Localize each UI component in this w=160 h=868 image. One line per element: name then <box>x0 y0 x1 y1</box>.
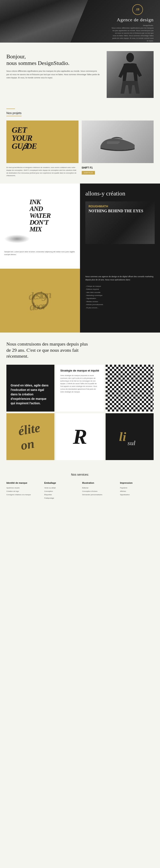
brand-grid: Grand en idées, agile dans l'exécution e… <box>6 365 154 460</box>
roughmath-card: ROUGHMATH NOTHING BEHIND THE EYES <box>85 202 155 244</box>
section-divider <box>6 108 15 109</box>
hero-logo: JB <box>132 4 143 15</box>
roughmath-brand: ROUGHMATH <box>88 205 152 208</box>
creation-title: allons-y création <box>85 190 155 197</box>
agency-description: Nous sommes une agence de design et de d… <box>85 275 155 282</box>
project-guide-text: GETYOURGU𝛽DE <box>12 126 37 150</box>
service-item: Publipostage <box>44 496 78 500</box>
roughmath-text: ROUGHMATH NOTHING BEHIND THE EYES <box>88 205 152 213</box>
agency-service-item: Médias sociaux <box>85 300 155 303</box>
svg-text:sul: sul <box>127 439 135 446</box>
ink-artwork: INKANDWATERDON'TMIX <box>0 184 80 247</box>
brand-card-strong-text: Grand en idées, agile dans l'exécution e… <box>11 383 50 406</box>
service-items-list: ÉditorialConception d'icônesDemandes per… <box>82 486 116 496</box>
brand-card-dark-text: Grand en idées, agile dans l'exécution e… <box>11 383 50 407</box>
design-type-art: designdoor <box>28 289 52 312</box>
brand-card-yellow: élite on <box>6 413 54 460</box>
service-heading: Illustration <box>82 482 116 484</box>
project-name: SHIFT F1 <box>82 166 154 169</box>
brand-card-dark-art: li sul <box>106 413 154 460</box>
brand-art-icon: li sul <box>117 426 142 447</box>
brand-card-strategy: Stratégie de marque et équité Votre stra… <box>56 365 104 411</box>
brand-yellow-text: élite on <box>17 420 44 453</box>
service-item: Création de logo <box>6 490 40 493</box>
agency-service-item: Éditions imprimé <box>85 288 155 291</box>
service-item: Demandes personnalisées <box>82 493 116 496</box>
hero-mountains-graphic <box>0 0 88 42</box>
service-column-3: ImpressionPapeterieAffichesSignalisation <box>120 482 154 500</box>
brand-yellow-label: élite <box>17 421 41 438</box>
service-item: Éditorial <box>82 486 116 490</box>
service-item: Vente au détail <box>44 486 78 490</box>
about-image <box>107 51 154 98</box>
services-grid: Identité de marqueSystèmes visuelsCréati… <box>6 482 154 500</box>
service-items-list: Systèmes visuelsCréation de logoConsigne… <box>6 486 40 496</box>
service-item: Affiches <box>120 490 154 493</box>
services-title: Nos services: <box>6 473 154 476</box>
project-card-shoe <box>82 121 154 163</box>
brand-big-letter: R <box>73 426 87 447</box>
ink-panel: INKANDWATERDON'TMIX Sample text. Lorem i… <box>0 184 80 269</box>
brand-card-checker <box>106 365 154 411</box>
service-column-0: Identité de marqueSystèmes visuelsCréati… <box>6 482 40 500</box>
person-silhouette-icon <box>111 51 149 98</box>
project-description: En tant qu'architectes et designers inté… <box>6 166 79 177</box>
creation-section: INKANDWATERDON'TMIX Sample text. Lorem i… <box>0 184 160 269</box>
svg-text:li: li <box>119 430 126 444</box>
service-items-list: PapeterieAffichesSignalisation <box>120 486 154 496</box>
projects-section-title: Nos projets <box>6 111 22 116</box>
hero-title: Agence de design <box>111 17 154 23</box>
about-description: Nous créons différentes significations p… <box>6 70 100 80</box>
agency-service-item: Signalisation <box>85 297 155 300</box>
about-image-inner <box>107 51 154 98</box>
service-item: Signalisation <box>120 493 154 496</box>
project-card-guide: GETYOURGU𝛽DE <box>6 121 79 163</box>
svg-rect-1 <box>107 142 120 143</box>
service-item: Papeterie <box>120 486 154 490</box>
projects-section: Nos projets GETYOURGU𝛽DE En tant qu'arch… <box>0 106 160 184</box>
service-heading: Identité de marque <box>6 482 40 484</box>
project-desc-text: En tant qu'architectes et designers inté… <box>6 166 79 177</box>
svg-rect-2 <box>107 143 118 144</box>
about-section: Bonjour, nous sommes DesignStudio. Nous … <box>0 42 160 106</box>
hero-section: JB Agence de design DesignStudio. Nous c… <box>0 0 160 42</box>
roughmath-sub: NOTHING BEHIND THE EYES <box>88 209 152 213</box>
creation-panel: allons-y création ROUGHMATH NOTHING BEHI… <box>80 184 160 269</box>
agency-services-list: Chèque de marqueÉditions impriméIdée Web… <box>85 285 155 309</box>
about-text-block: Bonjour, nous sommes DesignStudio. Nous … <box>6 51 100 80</box>
service-column-2: IllustrationÉditorialConception d'icônes… <box>82 482 116 500</box>
about-greeting: Bonjour, <box>6 54 26 60</box>
brand-card-dark: Grand en idées, agile dans l'exécution e… <box>6 365 54 411</box>
shoe-image <box>82 121 154 163</box>
agency-service-item: Marketing numérique <box>85 294 155 297</box>
project-info: SHIFT F1 VOIR PLUS <box>82 166 154 177</box>
brand-section: Nous construisons des marques depuis plu… <box>0 333 160 464</box>
hero-text-block: Agence de design DesignStudio. Nous créo… <box>111 17 154 42</box>
agency-art-panel: designdoor <box>0 269 80 333</box>
hero-description: Nous créons différentes significations p… <box>111 27 154 42</box>
service-items-list: Vente au détailConceptionÉtiquettesPubli… <box>44 486 78 500</box>
brand-headline: Nous construisons des marques depuis plu… <box>6 341 92 360</box>
service-item: Systèmes visuels <box>6 486 40 490</box>
service-column-1: EmballageVente au détailConceptionÉtique… <box>44 482 78 500</box>
ink-sample-text: Sample text. Lorem ipsum dolor sit amet,… <box>0 247 80 259</box>
strategy-desc: Votre stratégie de marque (exposée à cau… <box>60 374 100 394</box>
svg-point-0 <box>126 53 134 62</box>
shoe-icon <box>98 131 137 152</box>
agency-service-item: Et plus encore... <box>85 306 155 309</box>
projects-grid: GETYOURGU𝛽DE En tant qu'architectes et d… <box>6 121 154 177</box>
hero-subtitle: DesignStudio. <box>111 24 154 27</box>
service-item: Conception <box>44 490 78 493</box>
strategy-title: Stratégie de marque et équité <box>60 369 100 372</box>
agency-section: designdoor Nous sommes une agence de des… <box>0 269 160 333</box>
service-item: Conception d'icônes <box>82 490 116 493</box>
about-heading: Bonjour, nous sommes DesignStudio. <box>6 53 100 66</box>
service-item: Étiquettes <box>44 493 78 496</box>
agency-desc-panel: Nous sommes une agence de design et de d… <box>80 269 160 333</box>
service-item: Consignes relatives à la marque <box>6 493 40 496</box>
agency-service-item: Chèque de marque <box>85 285 155 288</box>
brand-card-letter: R <box>56 413 104 460</box>
service-heading: Impression <box>120 482 154 484</box>
agency-service-item: Idée Web nouvelle <box>85 291 155 294</box>
project-voir-button[interactable]: VOIR PLUS <box>82 171 95 175</box>
